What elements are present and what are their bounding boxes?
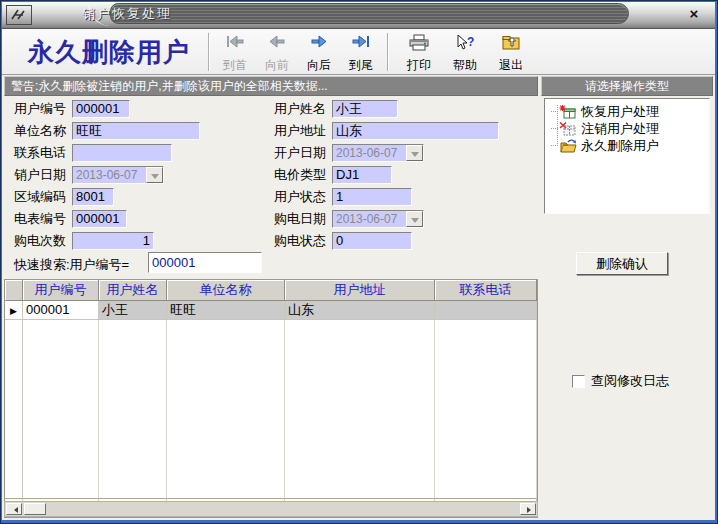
- printer-icon: [408, 34, 430, 51]
- scroll-left-icon: [11, 507, 18, 513]
- go-prev-button: 向前: [256, 32, 298, 73]
- quick-search-input[interactable]: 000001: [148, 252, 262, 273]
- company-name-field[interactable]: 旺旺: [72, 122, 200, 140]
- side-panel-header: 请选择操作类型: [541, 76, 713, 96]
- horizontal-scrollbar[interactable]: [4, 501, 538, 517]
- tree-item-label: 注销用户处理: [581, 120, 659, 138]
- side-panel: 请选择操作类型 恢复用户处理: [541, 75, 713, 520]
- cancel-user-icon: [559, 121, 577, 137]
- tree-line: [551, 111, 558, 112]
- close-button[interactable]: ×: [685, 5, 703, 23]
- title-bar[interactable]: 销户恢复处理 ×: [2, 2, 715, 29]
- quick-search-label: 快速搜索:用户编号=: [14, 256, 129, 274]
- open-date-label: 开户日期: [274, 144, 326, 162]
- column-header-user-id[interactable]: 用户编号: [23, 280, 99, 301]
- print-button[interactable]: 打印: [396, 32, 442, 73]
- close-date-dropdown-icon: [146, 167, 163, 183]
- tree-item-delete-user[interactable]: 永久删除用户: [551, 137, 659, 154]
- column-header-company[interactable]: 单位名称: [167, 280, 285, 301]
- phone-field[interactable]: [72, 144, 172, 162]
- go-last-label: 到尾: [349, 59, 373, 72]
- close-date-label: 销户日期: [14, 166, 66, 184]
- purchase-count-label: 购电次数: [14, 232, 66, 250]
- go-prev-icon: [266, 34, 288, 49]
- selector-column-header: [5, 280, 23, 301]
- user-status-field[interactable]: 1: [332, 188, 412, 206]
- app-window: 销户恢复处理 × 永久删除用户 到首 向前 向后: [2, 2, 715, 520]
- tree-item-label: 永久删除用户: [581, 137, 659, 155]
- company-name-label: 单位名称: [14, 122, 66, 140]
- tree-item-cancel-user[interactable]: 注销用户处理: [551, 120, 659, 137]
- toolbar-separator: [387, 33, 388, 71]
- user-id-field[interactable]: 000001: [72, 100, 130, 118]
- toolbar-separator: [208, 33, 209, 71]
- view-log-label: 查阅修改日志: [591, 372, 669, 390]
- go-first-icon: [224, 34, 246, 49]
- main-area: 警告:永久删除被注销的用户,并删除该用户的全部相关数据... 用户编号 0000…: [2, 75, 715, 520]
- column-header-phone[interactable]: 联系电话: [435, 280, 537, 301]
- user-address-label: 用户地址: [274, 122, 326, 140]
- column-header-user-name[interactable]: 用户姓名: [99, 280, 167, 301]
- phone-label: 联系电话: [14, 144, 66, 162]
- scroll-right-button[interactable]: [520, 503, 536, 515]
- user-id-label: 用户编号: [14, 100, 66, 118]
- svg-text:?: ?: [467, 35, 474, 49]
- open-date-dropdown-icon: [406, 145, 423, 161]
- price-type-label: 电价类型: [274, 166, 326, 184]
- user-status-label: 用户状态: [274, 188, 326, 206]
- price-type-field[interactable]: DJ1: [332, 166, 392, 184]
- help-button[interactable]: ? 帮助: [442, 32, 488, 73]
- view-log-option[interactable]: 查阅修改日志: [572, 372, 669, 390]
- cell-user-id[interactable]: 000001: [23, 301, 99, 320]
- region-code-field[interactable]: 8001: [72, 188, 114, 206]
- user-table: 用户编号 用户姓名 单位名称 用户地址 联系电话 ▶ 000001 小王 旺旺 …: [4, 279, 538, 518]
- page-title: 永久删除用户: [14, 35, 204, 70]
- delete-user-folder-icon: [559, 138, 577, 154]
- table-header-row: 用户编号 用户姓名 单位名称 用户地址 联系电话: [5, 280, 537, 301]
- purchase-date-dropdown-icon: [406, 211, 423, 227]
- purchase-status-field[interactable]: 0: [332, 232, 412, 250]
- cell-user-name[interactable]: 小王: [99, 301, 167, 320]
- purchase-date-label: 购电日期: [274, 210, 326, 228]
- exit-button[interactable]: 退出: [488, 32, 534, 73]
- window-frame: 销户恢复处理 × 永久删除用户 到首 向前 向后: [0, 0, 718, 524]
- go-next-button[interactable]: 向后: [298, 32, 340, 73]
- user-name-label: 用户姓名: [274, 100, 326, 118]
- delete-confirm-button[interactable]: 删除确认: [576, 252, 668, 275]
- operation-tree: 恢复用户处理 注销用户处理: [544, 98, 710, 214]
- warning-bar: 警告:永久删除被注销的用户,并删除该用户的全部相关数据...: [4, 76, 538, 96]
- scroll-left-button[interactable]: [6, 503, 22, 515]
- go-last-button[interactable]: 到尾: [340, 32, 382, 73]
- table-empty-area: [5, 320, 537, 498]
- go-next-label: 向后: [307, 59, 331, 72]
- exit-folder-icon: [500, 34, 522, 51]
- toolbar: 永久删除用户 到首 向前 向后: [2, 29, 715, 75]
- current-row-marker: ▶: [5, 301, 23, 320]
- column-header-address[interactable]: 用户地址: [285, 280, 435, 301]
- go-last-icon: [350, 34, 372, 49]
- go-prev-label: 向前: [265, 59, 289, 72]
- restore-user-icon: [559, 104, 577, 120]
- help-cursor-icon: ?: [454, 34, 476, 51]
- region-code-label: 区域编码: [14, 188, 66, 206]
- purchase-count-field[interactable]: 1: [72, 232, 154, 250]
- title-capsule: [110, 3, 629, 24]
- user-address-field[interactable]: 山东: [332, 122, 499, 140]
- exit-label: 退出: [499, 59, 523, 72]
- purchase-status-label: 购电状态: [274, 232, 326, 250]
- tree-line: [551, 128, 558, 129]
- window-title: 销户恢复处理: [82, 5, 172, 23]
- user-name-field[interactable]: 小王: [332, 100, 398, 118]
- scrollbar-thumb[interactable]: [24, 503, 46, 515]
- scroll-right-icon: [527, 507, 534, 513]
- meter-number-field[interactable]: 000001: [72, 210, 127, 228]
- view-log-checkbox[interactable]: [572, 375, 585, 388]
- go-first-button: 到首: [214, 32, 256, 73]
- cell-company[interactable]: 旺旺: [167, 301, 285, 320]
- print-label: 打印: [407, 59, 431, 72]
- tree-item-restore-user[interactable]: 恢复用户处理: [551, 103, 659, 120]
- table-row[interactable]: ▶ 000001 小王 旺旺 山东: [5, 301, 537, 320]
- cell-phone[interactable]: [435, 301, 537, 320]
- tree-line: [551, 145, 558, 146]
- cell-address[interactable]: 山东: [285, 301, 435, 320]
